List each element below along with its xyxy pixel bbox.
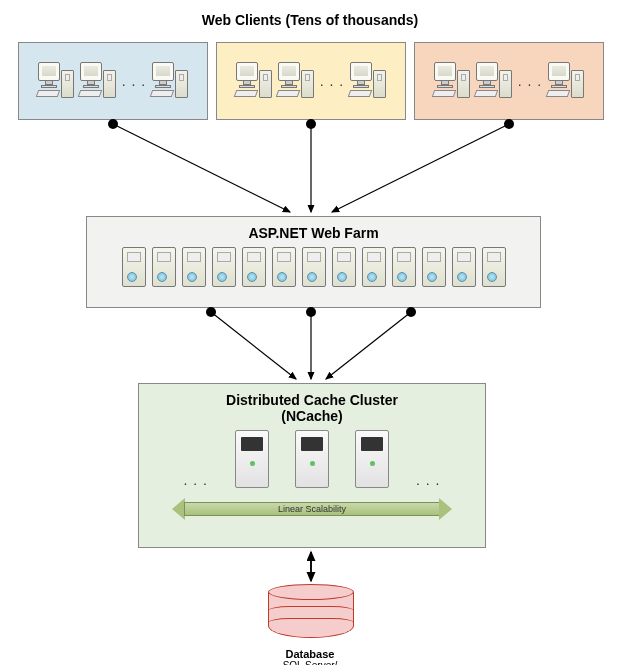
clients-box-3: . . . <box>414 42 604 120</box>
svg-point-4 <box>504 119 514 129</box>
pc-icon <box>37 60 75 102</box>
server-icon <box>152 247 176 287</box>
pc-icon <box>79 60 117 102</box>
server-icon <box>452 247 476 287</box>
pc-icon <box>433 60 471 102</box>
cache-title-1: Distributed Cache Cluster <box>139 392 485 408</box>
ellipsis: . . . <box>416 472 440 488</box>
server-icon <box>422 247 446 287</box>
cache-server-icon <box>295 430 329 488</box>
web-farm-title: ASP.NET Web Farm <box>87 225 540 241</box>
cache-server-icon <box>235 430 269 488</box>
server-icon <box>362 247 386 287</box>
scalability-label: Linear Scalability <box>184 502 440 516</box>
cache-title-2: (NCache) <box>139 408 485 424</box>
web-farm-box: ASP.NET Web Farm <box>86 216 541 308</box>
server-icon <box>182 247 206 287</box>
pc-icon <box>547 60 585 102</box>
clients-box-1: . . . <box>18 42 208 120</box>
svg-line-5 <box>332 124 509 212</box>
server-icon <box>302 247 326 287</box>
server-icon <box>122 247 146 287</box>
svg-line-7 <box>211 312 296 379</box>
server-row <box>87 247 540 287</box>
pc-icon <box>349 60 387 102</box>
pc-icon <box>277 60 315 102</box>
svg-line-1 <box>113 124 290 212</box>
database-label: Database SQL Server/ Oracle <box>0 648 620 665</box>
server-icon <box>392 247 416 287</box>
ellipsis: . . . <box>320 73 344 89</box>
pc-icon <box>151 60 189 102</box>
ellipsis: . . . <box>122 73 146 89</box>
database-icon <box>268 584 354 646</box>
ellipsis: . . . <box>518 73 542 89</box>
server-icon <box>482 247 506 287</box>
cache-cluster-box: Distributed Cache Cluster (NCache) . . .… <box>138 383 486 548</box>
pc-icon <box>235 60 273 102</box>
clients-box-2: . . . <box>216 42 406 120</box>
clients-title: Web Clients (Tens of thousands) <box>0 12 620 28</box>
svg-point-10 <box>406 307 416 317</box>
pc-icon <box>475 60 513 102</box>
svg-point-0 <box>108 119 118 129</box>
svg-point-6 <box>206 307 216 317</box>
server-icon <box>242 247 266 287</box>
scalability-arrow: Linear Scalability <box>172 498 452 520</box>
server-icon <box>272 247 296 287</box>
ellipsis: . . . <box>184 472 208 488</box>
svg-line-11 <box>326 312 411 379</box>
svg-point-2 <box>306 119 316 129</box>
cache-server-icon <box>355 430 389 488</box>
server-icon <box>332 247 356 287</box>
svg-point-8 <box>306 307 316 317</box>
server-icon <box>212 247 236 287</box>
